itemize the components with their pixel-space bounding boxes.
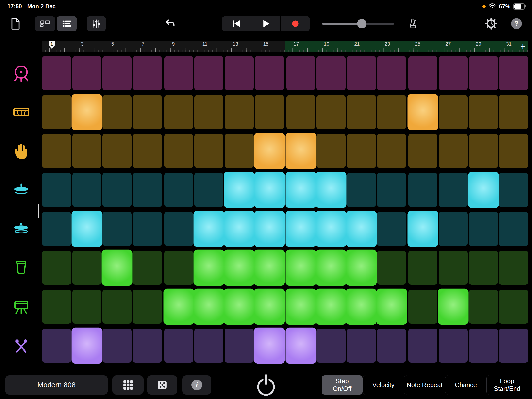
step-cell-hihat-closed-6[interactable] — [194, 173, 223, 207]
step-cell-hihat-open-14[interactable] — [439, 212, 468, 246]
snare-drum-icon[interactable] — [0, 95, 42, 129]
step-cell-snare-2-15[interactable] — [469, 290, 498, 324]
step-cell-snare-2-3[interactable] — [102, 290, 132, 324]
step-cell-kick-8[interactable] — [255, 56, 284, 90]
step-cell-hihat-open-9[interactable] — [285, 211, 316, 247]
help-button[interactable]: ? — [511, 18, 522, 29]
volume-slider-knob[interactable] — [357, 19, 366, 28]
loops-view-icon[interactable] — [35, 16, 55, 31]
step-cell-tom-3[interactable] — [102, 250, 133, 286]
step-cell-kick-16[interactable] — [499, 56, 528, 90]
step-cell-clap-10[interactable] — [316, 134, 346, 168]
step-cell-clap-1[interactable] — [42, 134, 71, 168]
step-cell-hihat-open-2[interactable] — [71, 211, 102, 247]
step-cell-hihat-closed-15[interactable] — [468, 172, 499, 208]
volume-slider[interactable] — [322, 22, 394, 25]
kick-drum-icon[interactable] — [0, 56, 42, 90]
step-cell-snare-16[interactable] — [499, 95, 528, 129]
step-cell-hihat-open-12[interactable] — [377, 212, 406, 246]
record-button[interactable] — [281, 16, 310, 31]
step-cell-percussion-5[interactable] — [164, 329, 193, 363]
step-cell-tom-14[interactable] — [439, 251, 468, 285]
open-hihat-icon[interactable] — [0, 212, 42, 246]
mallets-icon[interactable] — [0, 329, 42, 363]
step-cell-kick-14[interactable] — [439, 56, 468, 90]
step-cell-percussion-8[interactable] — [254, 328, 285, 364]
step-cell-snare-15[interactable] — [469, 95, 498, 129]
step-cell-snare-13[interactable] — [408, 94, 438, 130]
step-cell-snare-2-5[interactable] — [163, 289, 194, 325]
step-cell-percussion-2[interactable] — [71, 328, 102, 364]
step-cell-clap-5[interactable] — [164, 134, 193, 168]
timeline-ruler[interactable]: + 135791113151719212325272931 — [42, 41, 528, 52]
step-cell-snare-10[interactable] — [316, 95, 346, 129]
step-cell-snare-2-14[interactable] — [438, 289, 468, 325]
step-cell-hihat-open-3[interactable] — [102, 212, 132, 246]
mode-loop-start-end[interactable]: Loop Start/End — [486, 375, 528, 395]
step-cell-clap-4[interactable] — [133, 134, 162, 168]
mode-step-on-off[interactable]: Step On/Off — [322, 375, 363, 395]
skip-to-start-button[interactable] — [222, 16, 251, 31]
undo-icon[interactable] — [163, 16, 178, 31]
info-button[interactable]: i — [182, 375, 211, 395]
step-cell-snare-12[interactable] — [377, 95, 406, 129]
step-cell-kick-5[interactable] — [164, 56, 193, 90]
step-cell-tom-8[interactable] — [254, 250, 285, 286]
step-cell-tom-6[interactable] — [194, 250, 224, 286]
step-cell-snare-1[interactable] — [42, 95, 71, 129]
mode-velocity[interactable]: Velocity — [363, 375, 404, 395]
step-cell-hihat-closed-16[interactable] — [499, 173, 528, 207]
floor-snare-icon[interactable] — [0, 290, 42, 324]
step-cell-clap-16[interactable] — [499, 134, 528, 168]
step-cell-clap-8[interactable] — [254, 133, 285, 169]
step-cell-tom-11[interactable] — [346, 250, 377, 286]
step-cell-tom-12[interactable] — [377, 251, 406, 285]
step-cell-snare-6[interactable] — [194, 95, 223, 129]
step-cell-snare-11[interactable] — [347, 95, 376, 129]
step-cell-snare-2-11[interactable] — [346, 289, 377, 325]
step-cell-kick-7[interactable] — [225, 56, 254, 90]
step-cell-snare-2-7[interactable] — [224, 289, 255, 325]
step-cell-hihat-closed-1[interactable] — [42, 173, 71, 207]
randomize-dice-button[interactable] — [147, 375, 177, 395]
step-cell-snare-2-9[interactable] — [285, 289, 316, 325]
power-button[interactable] — [253, 373, 279, 398]
step-cell-kick-13[interactable] — [408, 56, 437, 90]
step-cell-clap-15[interactable] — [469, 134, 498, 168]
step-cell-clap-11[interactable] — [347, 134, 376, 168]
step-cell-hihat-closed-8[interactable] — [254, 172, 285, 208]
step-cell-percussion-6[interactable] — [194, 329, 223, 363]
step-cell-snare-7[interactable] — [225, 95, 254, 129]
mode-note-repeat[interactable]: Note Repeat — [404, 375, 445, 395]
step-cell-hihat-closed-3[interactable] — [102, 173, 132, 207]
step-cell-clap-3[interactable] — [102, 134, 132, 168]
step-cell-snare-2-6[interactable] — [194, 289, 224, 325]
step-cell-tom-1[interactable] — [42, 251, 71, 285]
step-cell-clap-7[interactable] — [225, 134, 254, 168]
step-cell-percussion-16[interactable] — [499, 329, 528, 363]
step-cell-tom-2[interactable] — [72, 251, 101, 285]
step-cell-percussion-4[interactable] — [133, 329, 162, 363]
step-cell-kick-10[interactable] — [316, 56, 346, 90]
step-cell-hihat-closed-13[interactable] — [408, 173, 437, 207]
step-cell-tom-9[interactable] — [285, 250, 316, 286]
step-cell-percussion-11[interactable] — [347, 329, 376, 363]
step-cell-hihat-open-10[interactable] — [316, 211, 347, 247]
document-icon[interactable] — [9, 16, 22, 31]
step-cell-hihat-open-11[interactable] — [346, 211, 377, 247]
step-cell-tom-4[interactable] — [133, 251, 162, 285]
step-cell-snare-4[interactable] — [133, 95, 162, 129]
step-cell-snare-2-2[interactable] — [72, 290, 101, 324]
step-cell-snare-2-1[interactable] — [42, 290, 71, 324]
step-cell-hihat-open-5[interactable] — [164, 212, 193, 246]
step-cell-hihat-closed-4[interactable] — [133, 173, 162, 207]
metronome-icon[interactable] — [406, 16, 419, 31]
step-cell-snare-2[interactable] — [71, 94, 102, 130]
step-cell-kick-6[interactable] — [194, 56, 223, 90]
step-cell-hihat-closed-10[interactable] — [316, 172, 347, 208]
step-cell-clap-12[interactable] — [377, 134, 406, 168]
step-cell-clap-2[interactable] — [72, 134, 101, 168]
step-cell-tom-15[interactable] — [469, 251, 498, 285]
add-bars-button[interactable]: + — [518, 42, 528, 51]
step-cell-snare-2-10[interactable] — [316, 289, 347, 325]
